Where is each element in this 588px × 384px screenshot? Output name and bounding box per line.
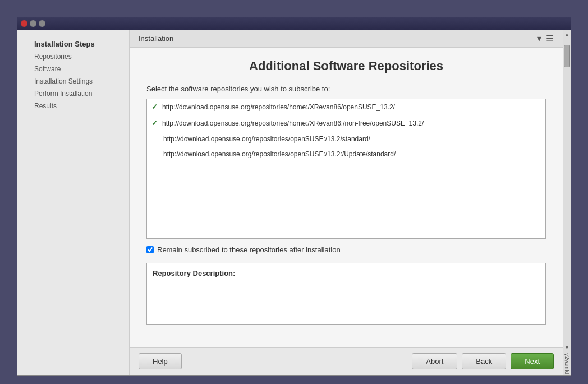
repo-item-3[interactable]: http://download.opensuse.org/repositorie…	[147, 147, 545, 162]
remain-subscribed-label[interactable]: Remain subscribed to these repositories …	[157, 246, 341, 254]
scroll-track	[563, 39, 571, 343]
dropdown-icon[interactable]: ▾	[537, 33, 541, 44]
sidebar-section-title: Installation Steps	[17, 35, 129, 50]
window-body: Installation Steps Repositories Software…	[17, 30, 571, 375]
sidebar-item-software[interactable]: Software	[17, 63, 129, 75]
sidebar: Installation Steps Repositories Software…	[17, 30, 130, 375]
menu-icon[interactable]: ☰	[546, 33, 554, 44]
main-content: Installation ▾ ☰ Additional Software Rep…	[130, 30, 563, 375]
main-window: Installation Steps Repositories Software…	[17, 17, 571, 376]
description-box: Repository Description:	[146, 263, 546, 325]
titlebar-controls	[21, 20, 45, 27]
next-button[interactable]: Next	[511, 353, 554, 369]
check-icon-0: ✓	[151, 101, 158, 113]
sidebar-item-results[interactable]: Results	[17, 100, 129, 112]
top-bar: Installation ▾ ☰	[130, 30, 563, 48]
minimize-button[interactable]	[30, 20, 36, 27]
sidebar-item-installation-settings[interactable]: Installation Settings	[17, 75, 129, 87]
remain-subscribed-checkbox[interactable]	[146, 246, 154, 253]
close-button[interactable]	[21, 20, 27, 27]
footer-left: Help	[139, 353, 182, 369]
repo-item-2[interactable]: http://download.opensuse.org/repositorie…	[147, 132, 545, 147]
repo-url-0: http://download.opensuse.org/repositorie…	[162, 102, 395, 113]
page-heading: Additional Software Repositories	[146, 59, 546, 73]
right-scrollbar[interactable]: ▲ ▼ y2yamld	[563, 30, 571, 375]
instruction-text: Select the software repositories you wis…	[146, 85, 546, 93]
sidebar-item-repositories[interactable]: Repositories	[17, 50, 129, 63]
repository-list[interactable]: ✓ http://download.opensuse.org/repositor…	[146, 99, 546, 239]
repo-url-2: http://download.opensuse.org/repositorie…	[163, 134, 370, 145]
top-bar-icons: ▾ ☰	[537, 33, 554, 44]
abort-button[interactable]: Abort	[412, 353, 457, 369]
description-label: Repository Description:	[153, 269, 540, 277]
footer-right: Abort Back Next	[412, 353, 554, 369]
content-area: Additional Software Repositories Select …	[130, 48, 563, 347]
footer: Help Abort Back Next	[130, 347, 563, 375]
repo-url-3: http://download.opensuse.org/repositorie…	[163, 149, 396, 160]
remain-subscribed-row: Remain subscribed to these repositories …	[146, 246, 546, 254]
check-icon-1: ✓	[151, 118, 158, 129]
repo-item-0[interactable]: ✓ http://download.opensuse.org/repositor…	[147, 99, 545, 115]
repo-url-1: http://download.opensuse.org/repositorie…	[162, 118, 424, 129]
scroll-down-arrow[interactable]: ▼	[563, 343, 571, 352]
back-button[interactable]: Back	[462, 353, 506, 369]
scroll-up-arrow[interactable]: ▲	[563, 30, 571, 39]
maximize-button[interactable]	[39, 20, 45, 27]
scroll-thumb[interactable]	[564, 45, 570, 67]
help-button[interactable]: Help	[139, 353, 182, 369]
top-bar-label: Installation	[139, 34, 173, 43]
sidebar-item-perform-installation[interactable]: Perform Installation	[17, 87, 129, 100]
repo-item-1[interactable]: ✓ http://download.opensuse.org/repositor…	[147, 115, 545, 132]
titlebar	[17, 17, 571, 30]
right-label: y2yamld	[563, 352, 571, 375]
